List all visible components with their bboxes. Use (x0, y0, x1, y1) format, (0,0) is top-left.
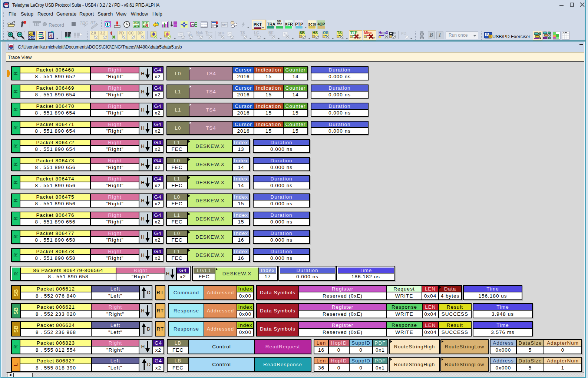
svg-text:4: 4 (49, 33, 52, 39)
svg-text:DEC: DEC (28, 36, 36, 39)
svg-text:B: B (145, 23, 148, 28)
svg-text:1101: 1101 (133, 25, 139, 27)
svg-text:RT: RT (90, 21, 96, 25)
svg-text:U0=: U0= (222, 23, 228, 26)
svg-text:0100: 0100 (133, 22, 139, 25)
svg-text:Ab: Ab (191, 23, 195, 26)
